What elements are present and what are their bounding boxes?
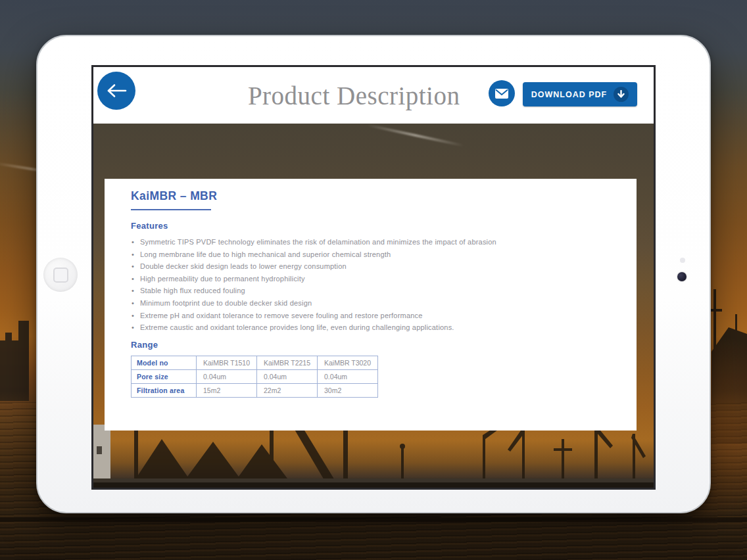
product-title: KaiMBR – MBR xyxy=(131,189,617,203)
table-cell: KaiMBR T2215 xyxy=(257,356,318,369)
feature-item: Double decker skid design leads to lower… xyxy=(131,260,617,273)
feature-item: Extreme pH and oxidant tolerance to remo… xyxy=(131,310,617,322)
table-cell: KaiMBR T3020 xyxy=(318,356,378,369)
row-label: Model no xyxy=(132,356,197,369)
download-pdf-button[interactable]: DOWNLOAD PDF xyxy=(523,82,637,106)
feature-item: Long membrane life due to high mechanica… xyxy=(131,248,617,261)
features-heading: Features xyxy=(131,221,617,231)
light-sensor xyxy=(680,258,685,263)
envelope-icon xyxy=(494,88,509,99)
feature-item: Symmetric TIPS PVDF technology eliminate… xyxy=(131,236,617,248)
table-cell: KaiMBR T1510 xyxy=(197,356,257,369)
title-underline xyxy=(131,209,211,210)
home-button-icon xyxy=(53,268,68,283)
left-arrow-icon xyxy=(105,83,128,98)
back-button[interactable] xyxy=(97,72,135,110)
range-table: Model noKaiMBR T1510KaiMBR T2215KaiMBR T… xyxy=(131,356,378,398)
download-pdf-label: DOWNLOAD PDF xyxy=(531,90,607,99)
table-row: Model noKaiMBR T1510KaiMBR T2215KaiMBR T… xyxy=(132,356,378,369)
table-cell: 0.04um xyxy=(318,369,378,383)
features-list: Symmetric TIPS PVDF technology eliminate… xyxy=(131,236,617,334)
app-header: Product Description DOWNLOAD PDF xyxy=(93,67,654,124)
table-row: Filtration area15m222m230m2 xyxy=(132,383,378,397)
feature-item: Extreme caustic and oxidant tolerance pr… xyxy=(131,321,617,334)
front-camera xyxy=(677,272,687,281)
range-heading: Range xyxy=(131,340,617,350)
row-label: Pore size xyxy=(132,369,197,383)
product-card: KaiMBR – MBR Features Symmetric TIPS PVD… xyxy=(105,179,637,431)
table-cell: 22m2 xyxy=(257,383,318,397)
feature-item: High permeability due to permanent hydro… xyxy=(131,273,617,285)
feature-item: Minimum footprint due to double decker s… xyxy=(131,297,617,310)
row-label: Filtration area xyxy=(132,383,197,397)
home-button[interactable] xyxy=(43,258,78,292)
app-contrail xyxy=(367,124,464,147)
page-title: Product Description xyxy=(248,81,460,110)
email-button[interactable] xyxy=(489,80,515,106)
feature-item: Stable high flux reduced fouling xyxy=(131,285,617,297)
table-cell: 0.04um xyxy=(257,369,318,383)
app-screen: Product Description DOWNLOAD PDF Kai xyxy=(91,65,656,490)
download-icon xyxy=(614,87,629,102)
table-row: Pore size0.04um0.04um0.04um xyxy=(132,369,378,383)
tablet-frame: Product Description DOWNLOAD PDF Kai xyxy=(36,35,711,513)
table-cell: 15m2 xyxy=(197,383,257,397)
table-cell: 0.04um xyxy=(197,369,257,383)
table-cell: 30m2 xyxy=(318,383,378,397)
